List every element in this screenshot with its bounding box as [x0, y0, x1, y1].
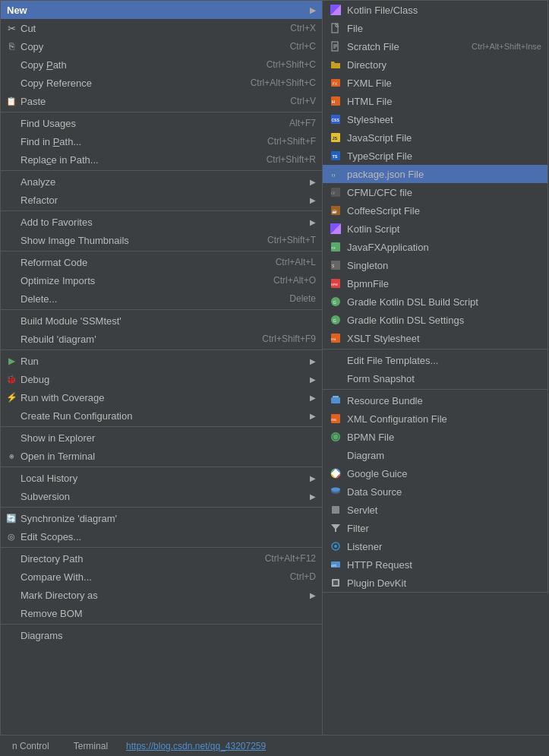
right-menu-item-xslt[interactable]: XSL XSLT Stylesheet	[323, 329, 547, 347]
right-menu-item-javascript[interactable]: JS JavaScript File	[323, 128, 547, 147]
terminal-tab[interactable]: Terminal	[68, 739, 114, 753]
menu-item-diagrams[interactable]: Diagrams	[1, 626, 322, 644]
right-menu-item-coffeescript[interactable]: ☕ CoffeeScript File	[323, 201, 547, 220]
menu-item-directory-path[interactable]: Directory Path Ctrl+Alt+F12	[1, 549, 322, 568]
menu-item-cut[interactable]: ✂ Cut Ctrl+X	[1, 19, 322, 37]
menu-item-mark-directory[interactable]: Mark Directory as ▶	[1, 586, 322, 604]
svg-point-49	[334, 545, 337, 548]
right-menu-item-filter[interactable]: Filter	[323, 519, 547, 537]
menu-item-subversion[interactable]: Subversion ▶	[1, 487, 322, 505]
right-menu-item-data-source[interactable]: Data Source	[323, 482, 547, 501]
right-menu-item-javafx[interactable]: FX JavaFXApplication	[323, 238, 547, 256]
menu-item-synchronize[interactable]: 🔄 Synchronize 'diagram'	[1, 509, 322, 527]
right-menu-item-plugin-devkit[interactable]: Plugin DevKit	[323, 574, 547, 592]
right-menu-item-bpmn-file[interactable]: BPM BpmnFile	[323, 274, 547, 293]
right-menu-item-file[interactable]: File	[323, 19, 547, 37]
right-menu-item-bpmn-file2[interactable]: BPMN File	[323, 428, 547, 446]
status-bar: n Control Terminal https://blog.csdn.net…	[0, 735, 549, 756]
data-source-icon	[329, 486, 342, 498]
menu-item-synchronize-label: Synchronize 'diagram'	[21, 513, 316, 524]
menu-item-copy[interactable]: ⎘ Copy Ctrl+C	[1, 37, 322, 55]
right-menu-javafx-label: JavaFXApplication	[347, 242, 541, 253]
menu-item-paste-shortcut: Ctrl+V	[290, 96, 316, 106]
menu-item-edit-scopes[interactable]: ◎ Edit Scopes...	[1, 527, 322, 546]
menu-item-coverage[interactable]: ⚡ Run with Coverage ▶	[1, 388, 322, 406]
menu-item-optimize-imports[interactable]: Optimize Imports Ctrl+Alt+O	[1, 271, 322, 289]
right-menu-item-html[interactable]: H HTML File	[323, 92, 547, 110]
right-menu-item-typescript[interactable]: TS TypeScript File	[323, 147, 547, 165]
version-control-tab[interactable]: n Control	[6, 739, 55, 753]
css-icon: CSS	[329, 113, 342, 125]
right-menu-item-http-request[interactable]: API HTTP Request	[323, 555, 547, 574]
menu-item-copy-path-shortcut: Ctrl+Shift+C	[267, 59, 316, 70]
menu-item-show-explorer[interactable]: Show in Explorer	[1, 429, 322, 447]
menu-item-add-favorites[interactable]: Add to Favorites ▶	[1, 213, 322, 231]
menu-item-refactor[interactable]: Refactor ▶	[1, 191, 322, 209]
right-menu-item-diagram[interactable]: Diagram	[323, 446, 547, 464]
separator-1	[1, 112, 322, 112]
menu-item-new[interactable]: New ▶	[1, 1, 322, 19]
ts-icon: TS	[329, 150, 342, 162]
menu-item-find-in-path[interactable]: Find in Path... Ctrl+Shift+F	[1, 132, 322, 150]
copy-icon: ⎘	[5, 40, 17, 52]
right-submenu: Kotlin File/Class File Scratch File Ctrl…	[322, 0, 548, 593]
right-menu-item-stylesheet[interactable]: CSS Stylesheet	[323, 110, 547, 128]
right-menu-item-listener[interactable]: Listener	[323, 537, 547, 555]
right-menu-package-json-label: package.json File	[347, 169, 541, 180]
right-menu-item-fxml[interactable]: FX FXML File	[323, 74, 547, 92]
menu-item-reformat[interactable]: Reformat Code Ctrl+Alt+L	[1, 253, 322, 271]
menu-item-analyze[interactable]: Analyze ▶	[1, 172, 322, 191]
right-menu-item-google-guice[interactable]: Google Guice	[323, 464, 547, 482]
right-menu-item-cfml[interactable]: CF CFML/CFC file	[323, 183, 547, 201]
menu-item-local-history[interactable]: Local History ▶	[1, 469, 322, 487]
svg-text:{}: {}	[332, 173, 336, 177]
html-icon: H	[329, 95, 342, 107]
right-menu-item-resource-bundle[interactable]: Resource Bundle	[323, 391, 547, 410]
svg-text:API: API	[331, 564, 337, 568]
right-menu-item-servlet[interactable]: Servlet	[323, 501, 547, 519]
menu-item-build-module[interactable]: Build Module 'SSMtest'	[1, 312, 322, 330]
menu-item-show-thumbnails[interactable]: Show Image Thumbnails Ctrl+Shift+T	[1, 231, 322, 249]
menu-item-replace-in-path[interactable]: Replace in Path... Ctrl+Shift+R	[1, 150, 322, 169]
menu-item-paste[interactable]: 📋 Paste Ctrl+V	[1, 92, 322, 110]
menu-item-copy-path[interactable]: Copy Path Ctrl+Shift+C	[1, 55, 322, 74]
right-menu-item-gradle-build[interactable]: G Gradle Kotlin DSL Build Script	[323, 293, 547, 311]
menu-item-rebuild[interactable]: Rebuild 'diagram' Ctrl+Shift+F9	[1, 330, 322, 348]
menu-item-compare-with[interactable]: Compare With... Ctrl+D	[1, 568, 322, 586]
separator-5	[1, 309, 322, 310]
menu-item-find-usages[interactable]: Find Usages Alt+F7	[1, 114, 322, 132]
right-menu-item-kotlin-class[interactable]: Kotlin File/Class	[323, 1, 547, 19]
menu-item-delete[interactable]: Delete... Delete	[1, 289, 322, 308]
menu-item-rebuild-label: Rebuild 'diagram'	[21, 334, 250, 345]
right-menu-item-scratch-file[interactable]: Scratch File Ctrl+Alt+Shift+Inse	[323, 37, 547, 55]
menu-item-open-terminal[interactable]: ⎈ Open in Terminal	[1, 447, 322, 465]
menu-item-new-arrow: ▶	[310, 6, 316, 14]
status-url[interactable]: https://blog.csdn.net/qq_43207259	[126, 741, 266, 751]
menu-item-run-label: Run	[21, 356, 307, 367]
right-menu-item-edit-templates[interactable]: Edit File Templates...	[323, 351, 547, 369]
right-menu-item-xml-config[interactable]: XML XML Configuration File	[323, 410, 547, 428]
svg-text:G: G	[333, 318, 336, 323]
right-menu-item-gradle-settings[interactable]: G Gradle Kotlin DSL Settings	[323, 311, 547, 329]
right-menu-kotlin-script-label: Kotlin Script	[347, 223, 541, 235]
menu-item-debug[interactable]: 🐞 Debug ▶	[1, 370, 322, 388]
right-menu-google-guice-label: Google Guice	[347, 468, 541, 479]
bpmn-icon: BPM	[329, 277, 342, 289]
menu-item-local-history-arrow: ▶	[310, 474, 316, 482]
http-request-icon: API	[329, 558, 342, 571]
right-menu-item-directory[interactable]: Directory	[323, 55, 547, 74]
right-menu-item-package-json[interactable]: {} package.json File	[323, 165, 547, 183]
file-icon	[329, 22, 342, 34]
menu-item-create-run-config[interactable]: Create Run Configuration ▶	[1, 406, 322, 425]
pkg-json-icon: {}	[329, 168, 342, 180]
menu-item-copy-reference[interactable]: Copy Reference Ctrl+Alt+Shift+C	[1, 74, 322, 92]
right-menu-item-kotlin-script[interactable]: Kotlin Script	[323, 220, 547, 238]
sync-icon: 🔄	[5, 512, 17, 524]
svg-text:☕: ☕	[332, 208, 337, 214]
debug-icon: 🐞	[5, 373, 17, 385]
right-menu-item-singleton[interactable]: S Singleton	[323, 256, 547, 274]
separator-11	[1, 624, 322, 625]
right-menu-item-form-snapshot[interactable]: Form Snapshot	[323, 369, 547, 387]
menu-item-run[interactable]: ▶ Run ▶	[1, 352, 322, 370]
menu-item-remove-bom[interactable]: Remove BOM	[1, 604, 322, 622]
